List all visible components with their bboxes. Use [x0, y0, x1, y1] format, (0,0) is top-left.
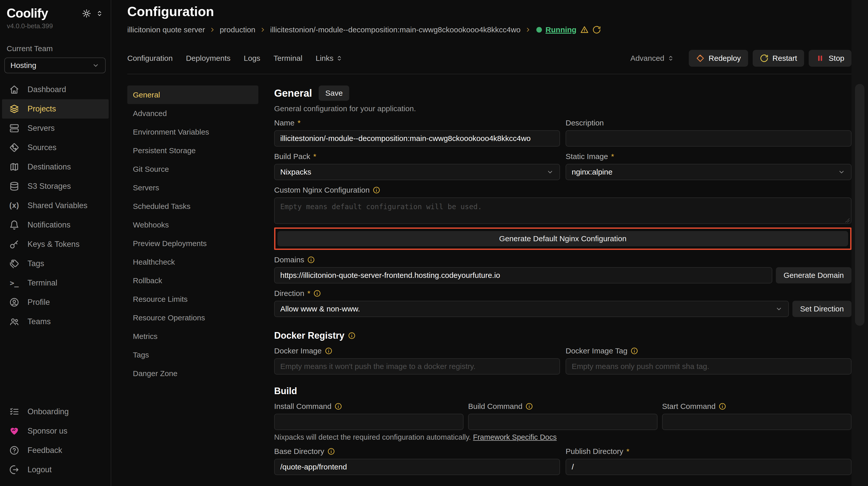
tab-configuration[interactable]: Configuration [127, 54, 173, 63]
info-icon[interactable] [373, 186, 380, 194]
static-image-select[interactable]: nginx:alpine [566, 164, 851, 180]
subnav-servers[interactable]: Servers [127, 179, 258, 197]
terminal-icon: >_ [9, 278, 19, 288]
sidebar-item-notifications[interactable]: Notifications [2, 215, 109, 235]
direction-select[interactable]: Allow www & non-www. [274, 301, 789, 317]
sidebar-item-terminal[interactable]: >_ Terminal [2, 273, 109, 293]
general-form: General Save General configuration for y… [274, 86, 851, 486]
sidebar-item-label: Profile [28, 298, 50, 307]
docker-image-tag-input[interactable] [566, 358, 851, 375]
tab-terminal[interactable]: Terminal [274, 54, 302, 63]
description-input[interactable] [566, 130, 851, 147]
framework-docs-link[interactable]: Framework Specific Docs [473, 433, 557, 441]
breadcrumb-project[interactable]: illicitonion quote server [127, 26, 205, 34]
stop-button[interactable]: Stop [809, 50, 851, 67]
base-directory-input[interactable] [274, 459, 560, 475]
scrollbar-thumb[interactable] [855, 84, 864, 326]
sidebar-item-teams[interactable]: Teams [2, 312, 109, 331]
save-button[interactable]: Save [319, 86, 349, 101]
redeploy-button[interactable]: Redeploy [689, 50, 748, 67]
info-icon[interactable] [327, 448, 335, 455]
sidebar-item-dashboard[interactable]: Dashboard [2, 80, 109, 99]
subnav-tags[interactable]: Tags [127, 346, 258, 364]
redeploy-icon [696, 54, 705, 63]
breadcrumb-environment[interactable]: production [220, 26, 255, 34]
advanced-dropdown[interactable]: Advanced [630, 54, 674, 63]
sidebar-item-projects[interactable]: Projects [2, 99, 109, 119]
restart-button[interactable]: Restart [753, 50, 804, 67]
docker-image-input[interactable] [274, 358, 560, 375]
info-icon[interactable] [525, 402, 533, 410]
subnav-git-source[interactable]: Git Source [127, 160, 258, 179]
map-icon [9, 162, 19, 172]
subnav-rollback[interactable]: Rollback [127, 271, 258, 290]
sidebar-item-label: Destinations [28, 162, 71, 171]
info-icon[interactable] [348, 332, 355, 339]
domains-input[interactable] [274, 267, 772, 284]
subnav-preview-deployments[interactable]: Preview Deployments [127, 234, 258, 253]
sidebar-nav: Dashboard Projects Servers Sources Desti… [0, 80, 111, 331]
sidebar-item-logout[interactable]: Logout [2, 460, 109, 479]
sidebar-item-keys-tokens[interactable]: Keys & Tokens [2, 235, 109, 254]
config-subnav: General Advanced Environment Variables P… [127, 86, 258, 486]
publish-directory-input[interactable] [566, 459, 851, 475]
subnav-general[interactable]: General [127, 86, 258, 104]
status-running-link[interactable]: Running [546, 26, 577, 34]
sidebar-item-sources[interactable]: Sources [2, 138, 109, 157]
team-select-value: Hosting [10, 61, 36, 70]
scrollbar-track[interactable] [851, 0, 868, 486]
refresh-icon[interactable] [592, 26, 601, 34]
info-icon[interactable] [335, 402, 342, 410]
sidebar-item-servers[interactable]: Servers [2, 119, 109, 138]
subnav-resource-operations[interactable]: Resource Operations [127, 309, 258, 327]
info-icon[interactable] [307, 256, 315, 264]
generate-domain-button[interactable]: Generate Domain [776, 267, 851, 284]
subnav-persistent-storage[interactable]: Persistent Storage [127, 141, 258, 160]
sidebar-item-profile[interactable]: Profile [2, 293, 109, 312]
generate-nginx-config-button[interactable]: Generate Default Nginx Configuration [277, 231, 848, 246]
description-label: Description [566, 119, 851, 127]
layers-icon [9, 104, 19, 114]
subnav-advanced[interactable]: Advanced [127, 104, 258, 123]
tab-deployments[interactable]: Deployments [186, 54, 230, 63]
theme-chevrons-icon[interactable] [96, 10, 103, 17]
warning-triangle-icon[interactable] [580, 26, 589, 34]
name-input[interactable] [274, 130, 560, 147]
subnav-healthcheck[interactable]: Healthcheck [127, 253, 258, 271]
required-asterisk: * [611, 152, 614, 161]
users-icon [9, 317, 19, 327]
info-icon[interactable] [325, 347, 333, 355]
build-command-input[interactable] [468, 414, 657, 430]
tab-logs[interactable]: Logs [244, 54, 260, 63]
subnav-scheduled-tasks[interactable]: Scheduled Tasks [127, 197, 258, 216]
subnav-danger-zone[interactable]: Danger Zone [127, 364, 258, 383]
sidebar-item-shared-variables[interactable]: (x) Shared Variables [2, 196, 109, 215]
info-icon[interactable] [719, 402, 726, 410]
tab-links[interactable]: Links [316, 54, 343, 63]
section-subtitle: General configuration for your applicati… [274, 104, 851, 113]
subnav-environment-variables[interactable]: Environment Variables [127, 123, 258, 141]
sidebar-item-onboarding[interactable]: Onboarding [2, 402, 109, 421]
sidebar-item-tags[interactable]: Tags [2, 254, 109, 273]
breadcrumb-resource[interactable]: illicitestonion/-module--decomposition:m… [270, 26, 521, 34]
subnav-webhooks[interactable]: Webhooks [127, 216, 258, 234]
sidebar-item-sponsor[interactable]: Sponsor us [2, 421, 109, 441]
docker-image-label: Docker Image [274, 347, 560, 355]
sidebar-item-destinations[interactable]: Destinations [2, 157, 109, 176]
info-icon[interactable] [630, 347, 638, 355]
sidebar-item-feedback[interactable]: Feedback [2, 441, 109, 460]
theme-sun-icon[interactable] [82, 9, 91, 18]
chevrons-up-down-icon [336, 55, 343, 62]
info-icon[interactable] [313, 290, 321, 297]
set-direction-button[interactable]: Set Direction [793, 301, 851, 317]
start-command-input[interactable] [662, 414, 851, 430]
subnav-resource-limits[interactable]: Resource Limits [127, 290, 258, 309]
sidebar-item-s3-storages[interactable]: S3 Storages [2, 176, 109, 196]
subnav-metrics[interactable]: Metrics [127, 327, 258, 346]
custom-nginx-textarea[interactable] [274, 197, 851, 224]
build-pack-select[interactable]: Nixpacks [274, 164, 560, 180]
user-circle-icon [9, 297, 19, 307]
install-command-input[interactable] [274, 414, 464, 430]
team-select[interactable]: Hosting [4, 58, 106, 73]
sidebar-item-label: Sponsor us [28, 426, 67, 435]
